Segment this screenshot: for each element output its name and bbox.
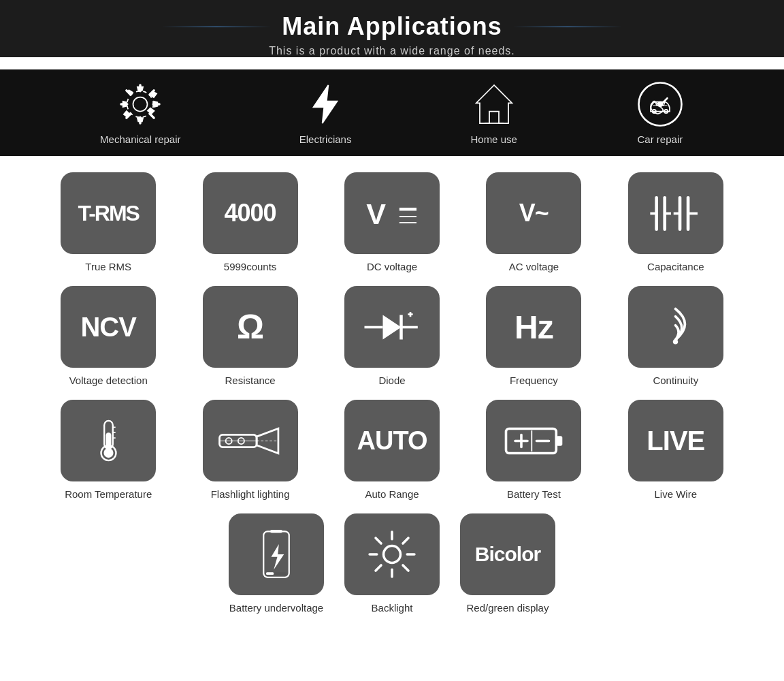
feature-backlight: Backlight [338,513,446,614]
svg-line-56 [376,565,381,571]
svg-marker-18 [382,315,401,339]
resistance-label: Resistance [225,375,275,386]
auto-range-icon: AUTO [344,400,440,481]
feature-red-green: Bicolor Red/green display [453,513,562,614]
ac-voltage-icon: V~ [486,172,581,254]
feature-flashlight: Flashlight lighting [182,400,317,500]
svg-line-54 [403,565,408,571]
flashlight-label: Flashlight lighting [211,488,290,500]
battery-undervoltage-label: Battery undervoltage [229,602,323,614]
header-section: Main Applications This is a product with… [0,0,784,57]
home-icon [470,80,518,128]
app-mechanical-repair: Mechanical repair [100,80,180,145]
continuity-label: Continuity [653,375,698,386]
diode-icon [344,286,440,368]
car-repair-label: Car repair [638,133,683,145]
svg-line-53 [376,538,381,543]
mechanical-repair-label: Mechanical repair [100,133,180,145]
resistance-icon: Ω [203,286,298,368]
svg-point-27 [103,448,113,458]
header-line-right [513,27,622,27]
feature-true-rms: T-RMS True RMS [41,172,176,272]
svg-marker-2 [314,85,338,123]
feature-resistance: Ω Resistance [182,286,317,386]
svg-point-23 [673,339,678,344]
svg-rect-25 [105,432,111,449]
svg-point-1 [127,91,154,118]
live-wire-icon: LIVE [628,400,723,481]
header-line-left [162,27,271,27]
feature-dc-voltage: V DC voltage [325,172,459,272]
feature-ncv: NCV Voltage detection [41,286,176,386]
app-electricians: Electricians [299,80,352,145]
svg-line-55 [403,538,408,543]
feature-room-temp: Room Temperature [41,400,176,500]
svg-marker-45 [272,544,284,570]
feature-auto-range: AUTO Auto Range [325,400,459,500]
ncv-icon: NCV [61,286,156,368]
continuity-icon [628,286,723,368]
counts-label: 5999counts [224,261,277,272]
diode-label: Diode [378,375,405,386]
header-subtitle: This is a product with a wide range of n… [14,45,770,57]
dc-voltage-label: DC voltage [367,261,417,272]
svg-point-6 [657,102,662,107]
battery-test-label: Battery Test [507,488,561,500]
gear-icon [116,80,164,128]
live-wire-label: Live Wire [655,488,698,500]
car-repair-icon [636,80,684,128]
feature-5999counts: 4000 5999counts [182,172,317,272]
feature-diode: Diode [325,286,459,386]
capacitance-icon [628,172,723,254]
lightning-icon [301,80,349,128]
svg-rect-44 [270,530,282,533]
svg-text:V: V [366,197,386,229]
bicolor-icon: Bicolor [460,513,555,595]
app-home-use: Home use [470,80,518,145]
capacitance-label: Capacitance [647,261,704,272]
red-green-label: Red/green display [467,602,549,614]
ac-voltage-label: AC voltage [509,261,559,272]
feature-capacitance: Capacitance [608,172,743,272]
backlight-icon [344,513,440,595]
feature-battery-undervoltage: Battery undervoltage [222,513,331,614]
flashlight-icon [203,400,298,481]
features-section: T-RMS True RMS 4000 5999counts V DC volt… [0,156,784,627]
battery-undervoltage-icon [229,513,324,595]
feature-battery-test: Battery Test [466,400,601,500]
svg-marker-3 [476,85,512,123]
frequency-icon: Hz [486,286,581,368]
feature-frequency: Hz Frequency [466,286,601,386]
svg-rect-47 [266,572,274,575]
features-grid: T-RMS True RMS 4000 5999counts V DC volt… [41,172,743,500]
home-use-label: Home use [470,133,517,145]
room-temp-label: Room Temperature [65,488,152,500]
svg-point-0 [133,97,148,112]
true-rms-icon: T-RMS [61,172,156,254]
frequency-label: Frequency [510,375,558,386]
features-bottom-row: Battery undervoltage Back [41,513,743,614]
page-title: Main Applications [282,12,502,41]
applications-banner: Mechanical repair Electricians Home use [0,69,784,156]
feature-ac-voltage: V~ AC voltage [466,172,601,272]
auto-range-label: Auto Range [365,488,419,500]
electricians-label: Electricians [299,133,352,145]
app-car-repair: Car repair [636,80,684,145]
feature-live-wire: LIVE Live Wire [608,400,743,500]
battery-test-icon [486,400,581,481]
svg-point-48 [384,546,401,563]
counts-icon: 4000 [203,172,298,254]
svg-rect-38 [557,436,563,445]
title-row: Main Applications [14,12,770,41]
room-temp-icon [61,400,156,481]
ncv-label: Voltage detection [69,375,148,386]
feature-continuity: Continuity [608,286,743,386]
dc-voltage-icon: V [344,172,440,254]
true-rms-label: True RMS [85,261,131,272]
backlight-label: Backlight [372,602,413,614]
